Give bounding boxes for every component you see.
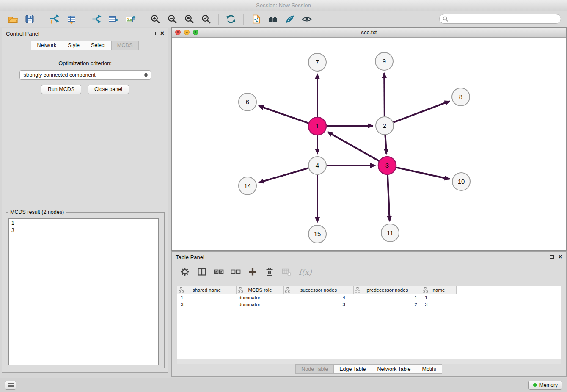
delete-row-button[interactable] [264, 266, 275, 277]
criterion-dropdown[interactable]: strongly connected component [19, 70, 151, 80]
mcds-result-list[interactable]: 13 [8, 218, 159, 365]
plus-icon [248, 267, 257, 276]
node-3[interactable]: 3 [378, 157, 396, 174]
zoom-fit-button[interactable] [182, 12, 196, 26]
control-panel-float-icon[interactable] [152, 32, 156, 35]
edge-3-1[interactable] [328, 132, 379, 161]
network-window-titlebar[interactable]: × − + scc.txt [172, 28, 566, 38]
search-box[interactable] [439, 14, 561, 24]
delete-table-button[interactable] [281, 266, 292, 277]
node-label: 14 [244, 182, 251, 189]
control-panel-close-icon[interactable]: × [160, 30, 164, 36]
edge-4-14[interactable] [259, 168, 308, 182]
edge-1-2[interactable] [327, 126, 373, 126]
network-window-title: scc.txt [172, 29, 566, 36]
add-row-button[interactable] [247, 266, 258, 277]
edge-1-6[interactable] [259, 106, 308, 123]
node-10[interactable]: 10 [452, 173, 470, 190]
zoom-out-button[interactable] [165, 12, 179, 26]
node-label: 7 [316, 58, 319, 66]
show-hide-icon [301, 14, 312, 24]
split-columns-icon [197, 267, 206, 276]
copy-document-button[interactable] [249, 12, 263, 26]
tab-network[interactable]: Network [31, 41, 62, 50]
tab-edge-table[interactable]: Edge Table [333, 364, 372, 374]
memory-button[interactable]: Memory [528, 381, 562, 390]
network-graph[interactable]: 7968124314101511 [172, 38, 566, 250]
first-neighbors-button[interactable] [266, 12, 280, 26]
zoom-in-button[interactable] [148, 12, 162, 26]
apply-style-button[interactable] [283, 12, 297, 26]
search-input[interactable] [439, 14, 561, 24]
dropdown-arrows-icon [144, 72, 148, 77]
zoom-in-icon [150, 14, 160, 24]
close-panel-button[interactable]: Close panel [88, 85, 129, 94]
new-table-button[interactable] [106, 12, 121, 26]
result-line: 1 [11, 220, 156, 227]
node-14[interactable]: 14 [239, 177, 256, 195]
node-table: shared nameMCDS rolesuccessor nodesprede… [177, 286, 561, 364]
edge-2-8[interactable] [394, 101, 450, 122]
open-session-button[interactable] [6, 12, 20, 26]
table-panel-header: Table Panel × [172, 252, 566, 262]
zoom-out-icon [167, 14, 177, 24]
select-all-columns-button[interactable] [213, 266, 224, 277]
node-9[interactable]: 9 [375, 52, 393, 70]
zoom-selected-button[interactable] [199, 12, 213, 26]
import-network-button[interactable] [47, 12, 62, 26]
node-4[interactable]: 4 [308, 157, 326, 174]
show-column-panel-button[interactable] [196, 266, 207, 277]
tab-style[interactable]: Style [62, 41, 85, 50]
table-settings-button[interactable] [179, 266, 190, 277]
column-header-MCDS-role[interactable]: MCDS role [237, 286, 284, 294]
node-8[interactable]: 8 [452, 88, 470, 106]
tab-mcds[interactable]: MCDS [111, 41, 139, 50]
export-image-button[interactable] [123, 12, 138, 26]
table-row[interactable]: 3dominator323 [177, 301, 561, 308]
column-header-successor-nodes[interactable]: successor nodes [284, 286, 354, 294]
window-titlebar[interactable]: Session: New Session [0, 0, 567, 11]
node-15[interactable]: 15 [308, 225, 326, 243]
table-panel-float-icon[interactable] [550, 255, 554, 259]
toolbar-separator [84, 14, 84, 25]
deselect-all-columns-button[interactable] [230, 266, 241, 277]
show-hide-button[interactable] [300, 12, 314, 26]
column-header-predecessor-nodes[interactable]: predecessor nodes [354, 286, 421, 294]
tab-network-table[interactable]: Network Table [372, 364, 417, 374]
node-11[interactable]: 11 [381, 224, 399, 242]
tab-motifs[interactable]: Motifs [416, 364, 442, 374]
table-horizontal-scrollbar[interactable] [177, 359, 561, 364]
save-session-button[interactable] [22, 12, 37, 26]
network-canvas[interactable]: 7968124314101511 [172, 38, 566, 250]
node-label: 2 [383, 122, 386, 129]
node-label: 4 [316, 162, 319, 169]
tab-select[interactable]: Select [85, 41, 112, 50]
node-7[interactable]: 7 [308, 53, 326, 71]
new-network-icon [91, 14, 102, 24]
edge-3-11[interactable] [388, 175, 390, 221]
apply-style-icon [285, 14, 295, 24]
save-session-icon [25, 14, 35, 24]
edge-2-3[interactable] [385, 135, 386, 154]
table-cell: 3 [284, 301, 354, 308]
node-label: 3 [385, 162, 389, 169]
new-network-button[interactable] [89, 12, 104, 26]
node-2[interactable]: 2 [376, 117, 394, 135]
node-6[interactable]: 6 [239, 93, 256, 111]
function-builder-button[interactable]: f(x) [299, 268, 312, 276]
edge-3-10[interactable] [396, 168, 449, 179]
task-history-button[interactable] [5, 381, 16, 390]
tab-node-table[interactable]: Node Table [295, 364, 334, 374]
apply-layout-icon [226, 14, 236, 24]
import-table-button[interactable] [64, 12, 79, 26]
column-header-shared-name[interactable]: shared name [177, 286, 237, 294]
apply-layout-button[interactable] [224, 12, 238, 26]
table-row[interactable]: 1dominator411 [177, 294, 561, 301]
run-mcds-button[interactable]: Run MCDS [41, 85, 81, 94]
node-table-body: 1dominator4113dominator323 [177, 294, 561, 308]
deselect-all-icon [231, 267, 241, 276]
node-1[interactable]: 1 [308, 117, 326, 135]
edge-2-9[interactable] [384, 73, 385, 116]
table-panel-close-icon[interactable]: × [559, 254, 562, 260]
column-header-name[interactable]: name [421, 286, 457, 294]
